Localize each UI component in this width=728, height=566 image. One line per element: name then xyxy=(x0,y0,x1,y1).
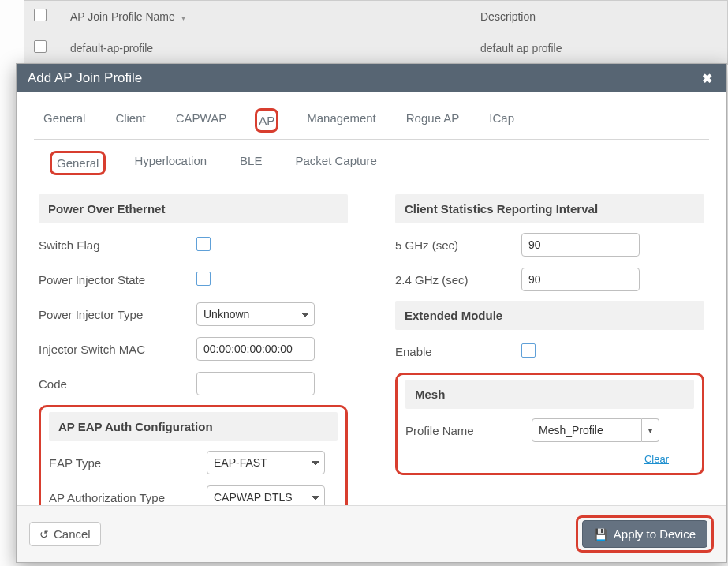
right-column: Client Statistics Reporting Interval 5 G… xyxy=(395,194,704,505)
close-icon[interactable]: ✖ xyxy=(699,71,715,86)
power-injector-state-checkbox[interactable] xyxy=(196,272,211,286)
injector-switch-mac-input[interactable] xyxy=(196,337,315,361)
code-label: Code xyxy=(39,377,196,391)
eap-type-label: EAP Type xyxy=(49,456,207,470)
ap-auth-type-select[interactable]: CAPWAP DTLS xyxy=(207,485,325,505)
chevron-down-icon: ▾ xyxy=(181,13,185,22)
tab-client[interactable]: Client xyxy=(114,108,147,133)
mesh-highlight-box: Mesh Profile Name Mesh_Profile ▾ Clear xyxy=(395,373,704,475)
eap-highlight-box: AP EAP Auth Configuration EAP Type EAP-F… xyxy=(39,405,348,505)
mesh-section-title: Mesh xyxy=(405,380,694,409)
row-checkbox[interactable] xyxy=(34,40,47,53)
tab-icap[interactable]: ICap xyxy=(487,108,516,133)
injector-switch-mac-label: Injector Switch MAC xyxy=(39,343,196,356)
mesh-profile-name-select[interactable]: Mesh_Profile xyxy=(532,418,642,442)
tabs-primary: General Client CAPWAP AP Management Rogu… xyxy=(34,100,709,140)
subtab-general[interactable]: General xyxy=(50,151,106,175)
apply-to-device-button[interactable]: 💾 Apply to Device xyxy=(582,520,707,548)
subtab-hyperlocation[interactable]: Hyperlocation xyxy=(129,151,211,175)
five-ghz-label: 5 GHz (sec) xyxy=(395,238,521,252)
save-icon: 💾 xyxy=(594,528,607,541)
eap-section-title: AP EAP Auth Configuration xyxy=(49,412,338,441)
table-row[interactable]: default-ap-profile default ap profile xyxy=(24,32,727,64)
apply-highlight-box: 💾 Apply to Device xyxy=(576,515,714,553)
subtab-ble[interactable]: BLE xyxy=(235,151,267,175)
tab-ap[interactable]: AP xyxy=(255,108,278,133)
apply-button-label: Apply to Device xyxy=(614,527,696,541)
row-desc: default ap profile xyxy=(471,32,727,64)
two-ghz-label: 2.4 GHz (sec) xyxy=(395,273,521,287)
two-ghz-input[interactable] xyxy=(521,268,640,291)
modal-title: Add AP Join Profile xyxy=(28,70,142,86)
switch-flag-label: Switch Flag xyxy=(39,238,196,252)
tabs-secondary: General Hyperlocation BLE Packet Capture xyxy=(34,146,709,182)
tab-rogue-ap[interactable]: Rogue AP xyxy=(405,108,461,133)
ext-module-section-title: Extended Module xyxy=(395,301,704,330)
cancel-button-label: Cancel xyxy=(54,527,91,541)
col-header-name[interactable]: AP Join Profile Name ▾ xyxy=(61,1,471,32)
ap-auth-type-label: AP Authorization Type xyxy=(49,491,207,504)
mesh-clear-link[interactable]: Clear xyxy=(644,453,669,465)
power-injector-type-label: Power Injector Type xyxy=(39,308,196,321)
cancel-button[interactable]: ↺ Cancel xyxy=(29,522,101,546)
tab-management[interactable]: Management xyxy=(305,108,378,133)
switch-flag-checkbox[interactable] xyxy=(196,237,211,251)
undo-icon: ↺ xyxy=(39,528,49,541)
power-injector-state-label: Power Injector State xyxy=(39,273,196,287)
mesh-profile-name-label: Profile Name xyxy=(405,424,532,437)
power-injector-type-select[interactable]: Unknown xyxy=(196,302,315,326)
tab-capwap[interactable]: CAPWAP xyxy=(174,108,228,133)
modal-header: Add AP Join Profile ✖ xyxy=(17,64,726,92)
add-ap-join-profile-modal: Add AP Join Profile ✖ General Client CAP… xyxy=(16,63,727,563)
ext-enable-label: Enable xyxy=(395,345,521,358)
stats-section-title: Client Statistics Reporting Interval xyxy=(395,194,704,223)
row-name: default-ap-profile xyxy=(61,32,471,64)
col-header-name-label: AP Join Profile Name xyxy=(70,10,175,23)
modal-body: General Client CAPWAP AP Management Rogu… xyxy=(17,92,726,505)
ext-enable-checkbox[interactable] xyxy=(521,343,536,358)
chevron-down-icon[interactable]: ▾ xyxy=(642,418,659,442)
subtab-packet-capture[interactable]: Packet Capture xyxy=(290,151,381,175)
five-ghz-input[interactable] xyxy=(521,233,640,257)
col-header-desc[interactable]: Description xyxy=(471,1,727,32)
eap-type-select[interactable]: EAP-FAST xyxy=(207,451,325,474)
tab-general[interactable]: General xyxy=(42,108,87,133)
poe-section-title: Power Over Ethernet xyxy=(39,194,348,223)
col-header-desc-label: Description xyxy=(480,10,536,23)
modal-footer: ↺ Cancel 💾 Apply to Device xyxy=(17,505,726,562)
code-input[interactable] xyxy=(196,372,315,395)
background-profile-table: AP Join Profile Name ▾ Description defau… xyxy=(24,0,728,65)
left-column: Power Over Ethernet Switch Flag Power In… xyxy=(39,194,348,505)
select-all-checkbox[interactable] xyxy=(34,9,47,21)
